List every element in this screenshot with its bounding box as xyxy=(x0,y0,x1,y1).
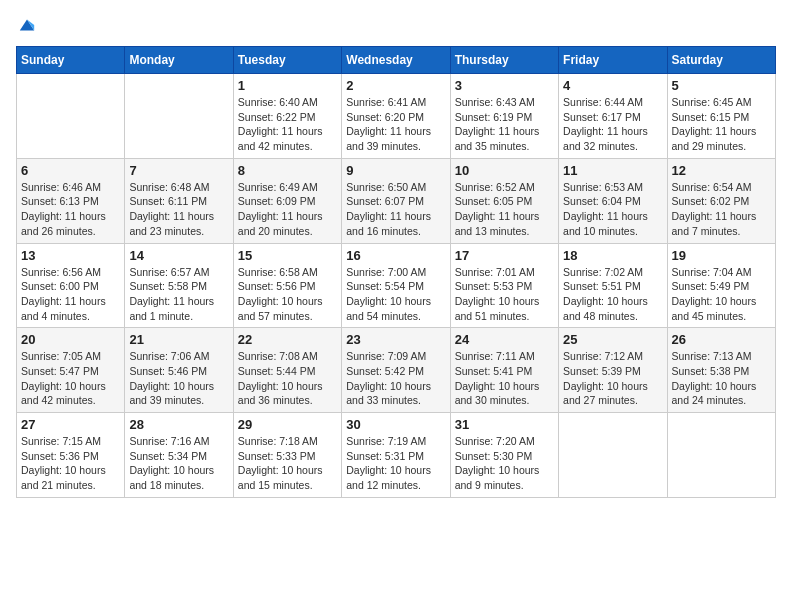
day-info: Sunrise: 6:54 AM Sunset: 6:02 PM Dayligh… xyxy=(672,180,771,239)
day-number: 29 xyxy=(238,417,337,432)
calendar-day-cell: 28Sunrise: 7:16 AM Sunset: 5:34 PM Dayli… xyxy=(125,413,233,498)
calendar-day-cell: 12Sunrise: 6:54 AM Sunset: 6:02 PM Dayli… xyxy=(667,158,775,243)
calendar-day-cell: 25Sunrise: 7:12 AM Sunset: 5:39 PM Dayli… xyxy=(559,328,667,413)
day-info: Sunrise: 6:40 AM Sunset: 6:22 PM Dayligh… xyxy=(238,95,337,154)
calendar-day-cell: 29Sunrise: 7:18 AM Sunset: 5:33 PM Dayli… xyxy=(233,413,341,498)
day-number: 19 xyxy=(672,248,771,263)
day-number: 6 xyxy=(21,163,120,178)
day-info: Sunrise: 7:13 AM Sunset: 5:38 PM Dayligh… xyxy=(672,349,771,408)
day-info: Sunrise: 7:11 AM Sunset: 5:41 PM Dayligh… xyxy=(455,349,554,408)
day-number: 12 xyxy=(672,163,771,178)
day-info: Sunrise: 7:05 AM Sunset: 5:47 PM Dayligh… xyxy=(21,349,120,408)
calendar-day-cell: 11Sunrise: 6:53 AM Sunset: 6:04 PM Dayli… xyxy=(559,158,667,243)
day-number: 2 xyxy=(346,78,445,93)
calendar-day-cell: 21Sunrise: 7:06 AM Sunset: 5:46 PM Dayli… xyxy=(125,328,233,413)
day-info: Sunrise: 7:04 AM Sunset: 5:49 PM Dayligh… xyxy=(672,265,771,324)
day-of-week-header: Sunday xyxy=(17,47,125,74)
day-info: Sunrise: 7:00 AM Sunset: 5:54 PM Dayligh… xyxy=(346,265,445,324)
day-of-week-header: Tuesday xyxy=(233,47,341,74)
day-info: Sunrise: 6:52 AM Sunset: 6:05 PM Dayligh… xyxy=(455,180,554,239)
day-number: 22 xyxy=(238,332,337,347)
logo-icon xyxy=(18,16,36,34)
calendar-day-cell: 1Sunrise: 6:40 AM Sunset: 6:22 PM Daylig… xyxy=(233,74,341,159)
day-info: Sunrise: 6:48 AM Sunset: 6:11 PM Dayligh… xyxy=(129,180,228,239)
logo xyxy=(16,16,36,34)
day-number: 4 xyxy=(563,78,662,93)
day-info: Sunrise: 7:12 AM Sunset: 5:39 PM Dayligh… xyxy=(563,349,662,408)
calendar-week-row: 20Sunrise: 7:05 AM Sunset: 5:47 PM Dayli… xyxy=(17,328,776,413)
day-of-week-header: Wednesday xyxy=(342,47,450,74)
day-number: 1 xyxy=(238,78,337,93)
day-number: 11 xyxy=(563,163,662,178)
calendar-day-cell: 23Sunrise: 7:09 AM Sunset: 5:42 PM Dayli… xyxy=(342,328,450,413)
day-of-week-header: Monday xyxy=(125,47,233,74)
calendar-day-cell: 14Sunrise: 6:57 AM Sunset: 5:58 PM Dayli… xyxy=(125,243,233,328)
calendar-day-cell: 6Sunrise: 6:46 AM Sunset: 6:13 PM Daylig… xyxy=(17,158,125,243)
day-number: 7 xyxy=(129,163,228,178)
day-info: Sunrise: 7:20 AM Sunset: 5:30 PM Dayligh… xyxy=(455,434,554,493)
day-info: Sunrise: 6:56 AM Sunset: 6:00 PM Dayligh… xyxy=(21,265,120,324)
calendar-day-cell: 13Sunrise: 6:56 AM Sunset: 6:00 PM Dayli… xyxy=(17,243,125,328)
day-number: 8 xyxy=(238,163,337,178)
day-of-week-header: Saturday xyxy=(667,47,775,74)
calendar-week-row: 27Sunrise: 7:15 AM Sunset: 5:36 PM Dayli… xyxy=(17,413,776,498)
calendar-day-cell: 4Sunrise: 6:44 AM Sunset: 6:17 PM Daylig… xyxy=(559,74,667,159)
calendar-body: 1Sunrise: 6:40 AM Sunset: 6:22 PM Daylig… xyxy=(17,74,776,498)
day-info: Sunrise: 7:01 AM Sunset: 5:53 PM Dayligh… xyxy=(455,265,554,324)
day-info: Sunrise: 6:58 AM Sunset: 5:56 PM Dayligh… xyxy=(238,265,337,324)
day-info: Sunrise: 6:46 AM Sunset: 6:13 PM Dayligh… xyxy=(21,180,120,239)
day-number: 9 xyxy=(346,163,445,178)
calendar-day-cell: 20Sunrise: 7:05 AM Sunset: 5:47 PM Dayli… xyxy=(17,328,125,413)
calendar-day-cell xyxy=(125,74,233,159)
calendar-day-cell xyxy=(17,74,125,159)
day-info: Sunrise: 7:06 AM Sunset: 5:46 PM Dayligh… xyxy=(129,349,228,408)
calendar-day-cell: 17Sunrise: 7:01 AM Sunset: 5:53 PM Dayli… xyxy=(450,243,558,328)
day-info: Sunrise: 7:09 AM Sunset: 5:42 PM Dayligh… xyxy=(346,349,445,408)
day-number: 24 xyxy=(455,332,554,347)
day-info: Sunrise: 6:44 AM Sunset: 6:17 PM Dayligh… xyxy=(563,95,662,154)
day-number: 21 xyxy=(129,332,228,347)
day-info: Sunrise: 7:08 AM Sunset: 5:44 PM Dayligh… xyxy=(238,349,337,408)
calendar-header-row: SundayMondayTuesdayWednesdayThursdayFrid… xyxy=(17,47,776,74)
calendar-week-row: 1Sunrise: 6:40 AM Sunset: 6:22 PM Daylig… xyxy=(17,74,776,159)
calendar-day-cell: 3Sunrise: 6:43 AM Sunset: 6:19 PM Daylig… xyxy=(450,74,558,159)
day-info: Sunrise: 7:15 AM Sunset: 5:36 PM Dayligh… xyxy=(21,434,120,493)
day-number: 31 xyxy=(455,417,554,432)
calendar-day-cell: 18Sunrise: 7:02 AM Sunset: 5:51 PM Dayli… xyxy=(559,243,667,328)
day-number: 15 xyxy=(238,248,337,263)
day-number: 10 xyxy=(455,163,554,178)
calendar-table: SundayMondayTuesdayWednesdayThursdayFrid… xyxy=(16,46,776,498)
day-info: Sunrise: 6:50 AM Sunset: 6:07 PM Dayligh… xyxy=(346,180,445,239)
calendar-day-cell: 5Sunrise: 6:45 AM Sunset: 6:15 PM Daylig… xyxy=(667,74,775,159)
day-number: 30 xyxy=(346,417,445,432)
day-number: 17 xyxy=(455,248,554,263)
day-number: 3 xyxy=(455,78,554,93)
calendar-day-cell: 16Sunrise: 7:00 AM Sunset: 5:54 PM Dayli… xyxy=(342,243,450,328)
day-info: Sunrise: 7:16 AM Sunset: 5:34 PM Dayligh… xyxy=(129,434,228,493)
day-info: Sunrise: 7:19 AM Sunset: 5:31 PM Dayligh… xyxy=(346,434,445,493)
day-number: 18 xyxy=(563,248,662,263)
calendar-week-row: 13Sunrise: 6:56 AM Sunset: 6:00 PM Dayli… xyxy=(17,243,776,328)
calendar-day-cell: 26Sunrise: 7:13 AM Sunset: 5:38 PM Dayli… xyxy=(667,328,775,413)
day-of-week-header: Thursday xyxy=(450,47,558,74)
calendar-week-row: 6Sunrise: 6:46 AM Sunset: 6:13 PM Daylig… xyxy=(17,158,776,243)
calendar-day-cell: 15Sunrise: 6:58 AM Sunset: 5:56 PM Dayli… xyxy=(233,243,341,328)
day-number: 23 xyxy=(346,332,445,347)
calendar-day-cell xyxy=(667,413,775,498)
day-number: 5 xyxy=(672,78,771,93)
calendar-day-cell: 19Sunrise: 7:04 AM Sunset: 5:49 PM Dayli… xyxy=(667,243,775,328)
calendar-day-cell: 2Sunrise: 6:41 AM Sunset: 6:20 PM Daylig… xyxy=(342,74,450,159)
day-number: 14 xyxy=(129,248,228,263)
day-info: Sunrise: 7:18 AM Sunset: 5:33 PM Dayligh… xyxy=(238,434,337,493)
calendar-day-cell: 31Sunrise: 7:20 AM Sunset: 5:30 PM Dayli… xyxy=(450,413,558,498)
day-info: Sunrise: 6:53 AM Sunset: 6:04 PM Dayligh… xyxy=(563,180,662,239)
day-info: Sunrise: 7:02 AM Sunset: 5:51 PM Dayligh… xyxy=(563,265,662,324)
day-of-week-header: Friday xyxy=(559,47,667,74)
calendar-day-cell: 27Sunrise: 7:15 AM Sunset: 5:36 PM Dayli… xyxy=(17,413,125,498)
calendar-day-cell: 24Sunrise: 7:11 AM Sunset: 5:41 PM Dayli… xyxy=(450,328,558,413)
day-number: 20 xyxy=(21,332,120,347)
calendar-day-cell xyxy=(559,413,667,498)
day-number: 13 xyxy=(21,248,120,263)
day-info: Sunrise: 6:41 AM Sunset: 6:20 PM Dayligh… xyxy=(346,95,445,154)
day-info: Sunrise: 6:49 AM Sunset: 6:09 PM Dayligh… xyxy=(238,180,337,239)
